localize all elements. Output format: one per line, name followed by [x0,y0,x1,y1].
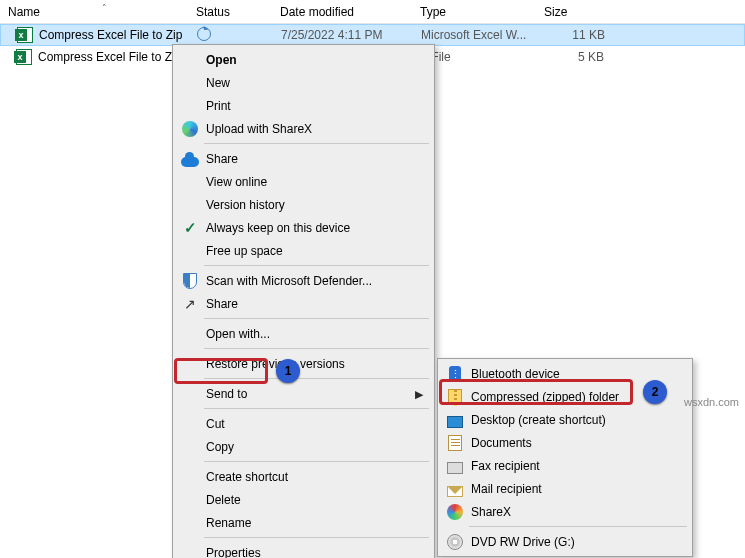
share-icon: ↗ [181,295,199,313]
sendto-desktop[interactable]: Desktop (create shortcut) [441,408,689,431]
menu-open-with[interactable]: Open with... [176,322,431,345]
annotation-badge-1: 1 [276,359,300,383]
menu-cut[interactable]: Cut [176,412,431,435]
excel-file-icon [16,49,34,65]
menu-properties[interactable]: Properties [176,541,431,558]
sort-indicator-icon: ˄ [102,3,107,13]
menu-share-cloud[interactable]: Share [176,147,431,170]
menu-copy[interactable]: Copy [176,435,431,458]
annotation-highlight-zip [439,379,633,405]
cloud-icon [181,150,199,168]
menu-rename[interactable]: Rename [176,511,431,534]
sendto-sharex[interactable]: ShareX [441,500,689,523]
menu-separator [204,143,429,144]
check-icon: ✓ [181,219,199,237]
menu-free-up[interactable]: Free up space [176,239,431,262]
sendto-dvd[interactable]: DVD RW Drive (G:) [441,530,689,553]
col-status[interactable]: Status [196,5,280,19]
mail-icon [446,480,464,498]
sync-icon [197,27,211,41]
menu-version-history[interactable]: Version history [176,193,431,216]
watermark: wsxdn.com [684,396,739,408]
menu-share[interactable]: ↗Share [176,292,431,315]
excel-file-icon [17,27,35,43]
file-row[interactable]: Compress Excel File to Zip 7/25/2022 4:1… [0,24,745,46]
menu-create-shortcut[interactable]: Create shortcut [176,465,431,488]
menu-separator [204,408,429,409]
submenu-arrow-icon: ▶ [415,388,423,401]
file-date: 7/25/2022 4:11 PM [281,28,421,42]
documents-icon [446,434,464,452]
col-name-label: Name [8,5,40,19]
sharex-icon [446,503,464,521]
dvd-drive-icon [446,533,464,551]
file-size: 5 KB [544,50,604,64]
file-name: Compress Excel File to Zip [39,28,197,42]
sendto-documents[interactable]: Documents [441,431,689,454]
menu-separator [204,461,429,462]
file-list-header[interactable]: Name ˄ Status Date modified Type Size [0,0,745,24]
col-size[interactable]: Size [544,5,624,19]
desktop-icon [446,411,464,429]
file-status [197,27,281,44]
menu-separator [204,265,429,266]
shield-icon [181,272,199,290]
menu-separator [204,537,429,538]
col-date-modified[interactable]: Date modified [280,5,420,19]
menu-delete[interactable]: Delete [176,488,431,511]
col-name[interactable]: Name ˄ [8,5,196,19]
menu-send-to[interactable]: Send to▶ [176,382,431,405]
menu-separator [204,318,429,319]
menu-always-keep[interactable]: ✓Always keep on this device [176,216,431,239]
menu-view-online[interactable]: View online [176,170,431,193]
fax-icon [446,457,464,475]
col-type[interactable]: Type [420,5,544,19]
menu-new[interactable]: New [176,71,431,94]
annotation-highlight-sendto [174,358,268,384]
menu-open[interactable]: Open [176,48,431,71]
menu-upload-sharex[interactable]: Upload with ShareX [176,117,431,140]
file-size: 11 KB [545,28,605,42]
file-type: S File [420,50,544,64]
menu-separator [469,526,687,527]
menu-separator [204,348,429,349]
sharex-icon [181,120,199,138]
sendto-fax[interactable]: Fax recipient [441,454,689,477]
annotation-badge-2: 2 [643,380,667,404]
sendto-mail[interactable]: Mail recipient [441,477,689,500]
context-menu: Open New Print Upload with ShareX Share … [172,44,435,558]
menu-scan-defender[interactable]: Scan with Microsoft Defender... [176,269,431,292]
menu-print[interactable]: Print [176,94,431,117]
file-type: Microsoft Excel W... [421,28,545,42]
